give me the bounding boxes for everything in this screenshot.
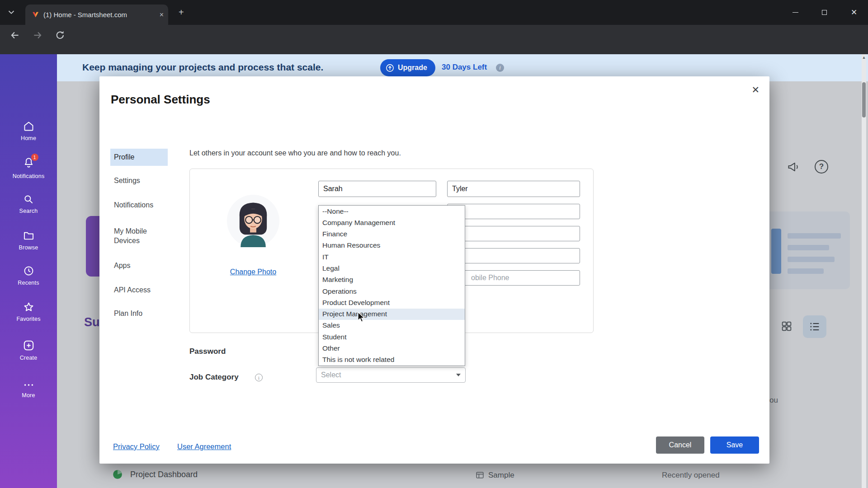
profile-intro-text: Let others in your account see who you a…: [189, 149, 401, 157]
nav-label: Notifications: [114, 201, 153, 209]
modal-close-button[interactable]: ✕: [750, 83, 761, 97]
modal-title: Personal Settings: [111, 93, 210, 107]
modal-nav-api-access[interactable]: API Access: [110, 282, 168, 299]
forward-icon: [32, 29, 43, 41]
reload-icon: [54, 29, 66, 41]
user-agreement-link[interactable]: User Agreement: [177, 442, 231, 451]
banner-message: Keep managing your projects and process …: [82, 62, 323, 73]
smartsheet-favicon-icon: [32, 11, 39, 19]
dropdown-option[interactable]: Sales: [319, 320, 465, 331]
select-caret-icon: [456, 374, 461, 376]
dropdown-option[interactable]: Student: [319, 331, 465, 343]
sidebar-item-notifications[interactable]: 1 Notifications: [0, 156, 57, 179]
tab-title: (1) Home - Smartsheet.com: [43, 11, 156, 19]
dropdown-option[interactable]: Operations: [319, 286, 465, 297]
minimize-icon: [793, 12, 798, 13]
dropdown-option[interactable]: This is not work related: [319, 354, 465, 366]
browser-tab-strip: (1) Home - Smartsheet.com × + ✕: [0, 0, 868, 25]
sidebar-label: Notifications: [13, 173, 45, 179]
title-input[interactable]: [447, 204, 580, 219]
job-category-info-icon[interactable]: i: [255, 374, 263, 381]
upgrade-button[interactable]: Upgrade: [380, 59, 435, 76]
modal-nav-apps[interactable]: Apps: [110, 257, 168, 274]
dropdown-option-highlighted[interactable]: Project Management: [319, 309, 465, 320]
back-button[interactable]: [9, 29, 21, 43]
sidebar-label: Favorites: [16, 316, 40, 322]
last-name-input[interactable]: Tyler: [447, 181, 580, 197]
modal-nav-notifications[interactable]: Notifications: [110, 197, 168, 214]
maximize-button[interactable]: [814, 0, 835, 25]
sidebar-item-favorites[interactable]: Favorites: [0, 301, 57, 322]
sidebar-item-search[interactable]: Search: [0, 193, 57, 214]
nav-label: Profile: [114, 153, 134, 161]
dropdown-option[interactable]: Legal: [319, 263, 465, 274]
days-left-info-icon[interactable]: i: [496, 64, 504, 72]
modal-nav-settings[interactable]: Settings: [110, 172, 168, 189]
dropdown-option[interactable]: Company Management: [319, 217, 465, 228]
sidebar-item-more[interactable]: More: [0, 380, 57, 399]
nav-label: Plan Info: [114, 310, 142, 318]
window-close-button[interactable]: ✕: [844, 0, 864, 25]
sidebar-label: Home: [21, 135, 36, 141]
dropdown-option[interactable]: Human Resources: [319, 240, 465, 251]
company-input[interactable]: [447, 226, 580, 241]
browser-toolbar: app.smartsheet.com/home Incognito ⋮: [0, 25, 868, 54]
create-plus-icon: [22, 339, 35, 352]
dropdown-option[interactable]: Finance: [319, 229, 465, 240]
maximize-icon: [822, 10, 827, 15]
scrollbar-up-icon[interactable]: ▲: [862, 55, 866, 60]
tab-close-icon[interactable]: ×: [160, 11, 164, 19]
last-name-value: Tyler: [452, 185, 468, 193]
dropdown-option[interactable]: Other: [319, 343, 465, 354]
new-tab-icon[interactable]: +: [179, 7, 184, 18]
dropdown-option[interactable]: Marketing: [319, 274, 465, 286]
sidebar-item-home[interactable]: Home: [0, 120, 57, 141]
dropdown-option[interactable]: Product Development: [319, 297, 465, 308]
sidebar-item-recents[interactable]: Recents: [0, 265, 57, 286]
cancel-button[interactable]: Cancel: [656, 436, 704, 454]
sidebar-label: Browse: [19, 244, 38, 251]
recents-clock-icon: [23, 265, 35, 277]
chevron-down-icon: [6, 7, 16, 17]
dropdown-option[interactable]: --None--: [319, 206, 465, 217]
upgrade-label: Upgrade: [398, 64, 427, 72]
work-phone-input[interactable]: [447, 248, 580, 263]
browse-folder-icon: [23, 230, 35, 242]
minimize-button[interactable]: [785, 0, 806, 25]
nav-label: API Access: [114, 286, 151, 294]
mouse-cursor: [356, 312, 366, 325]
mobile-phone-input[interactable]: obile Phone: [447, 270, 580, 286]
sidebar-label: More: [22, 392, 35, 399]
reload-button[interactable]: [54, 29, 66, 43]
browser-tab[interactable]: (1) Home - Smartsheet.com ×: [25, 5, 168, 25]
modal-nav-profile[interactable]: Profile: [110, 149, 168, 166]
forward-button[interactable]: [32, 29, 43, 43]
more-dots-icon: [23, 380, 35, 389]
modal-nav-plan-info[interactable]: Plan Info: [110, 305, 168, 322]
avatar: [227, 195, 279, 247]
password-label: Password: [189, 347, 226, 356]
home-icon: [23, 120, 35, 132]
back-icon: [9, 29, 21, 41]
department-dropdown-list: --None-- Company Management Finance Huma…: [318, 205, 465, 366]
sidebar-item-create[interactable]: Create: [0, 339, 57, 361]
tab-search-button[interactable]: [6, 7, 16, 19]
screen: (1) Home - Smartsheet.com × + ✕ a: [0, 0, 868, 488]
search-icon: [23, 193, 34, 205]
notification-badge: 1: [31, 154, 38, 161]
modal-nav-my-mobile-devices[interactable]: My Mobile Devices: [110, 224, 168, 249]
first-name-input[interactable]: Sarah: [318, 181, 436, 197]
nav-label: Apps: [114, 262, 130, 270]
scrollbar-thumb[interactable]: [862, 82, 866, 117]
job-category-select[interactable]: Select: [316, 367, 466, 383]
dropdown-option[interactable]: IT: [319, 251, 465, 263]
sidebar: Home 1 Notifications Search Browse Recen…: [0, 54, 57, 488]
personal-settings-modal: Personal Settings ✕ Profile Settings Not…: [99, 76, 769, 464]
privacy-policy-link[interactable]: Privacy Policy: [113, 442, 160, 451]
sidebar-label: Search: [19, 208, 38, 214]
scrollbar[interactable]: ▲: [862, 54, 866, 488]
mobile-phone-placeholder: obile Phone: [471, 274, 509, 282]
sidebar-item-browse[interactable]: Browse: [0, 230, 57, 251]
change-photo-link[interactable]: Change Photo: [227, 268, 279, 276]
save-button[interactable]: Save: [710, 436, 759, 454]
